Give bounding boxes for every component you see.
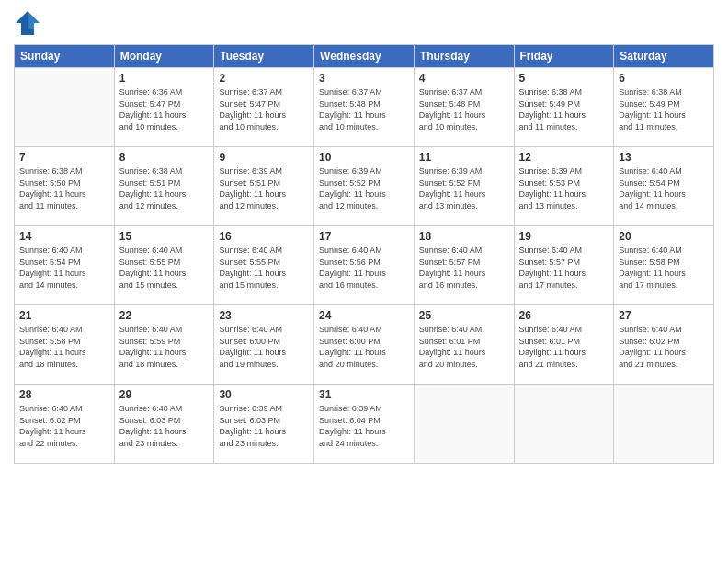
day-number: 29 [119, 388, 210, 401]
day-number: 10 [319, 151, 409, 164]
day-info: Sunrise: 6:40 AM Sunset: 6:02 PM Dayligh… [619, 324, 709, 370]
calendar-cell: 14Sunrise: 6:40 AM Sunset: 5:54 PM Dayli… [15, 226, 115, 305]
day-info: Sunrise: 6:40 AM Sunset: 5:59 PM Dayligh… [119, 324, 210, 370]
logo [14, 9, 45, 37]
day-number: 5 [519, 72, 609, 85]
day-info: Sunrise: 6:37 AM Sunset: 5:48 PM Dayligh… [319, 86, 409, 132]
calendar-cell: 6Sunrise: 6:38 AM Sunset: 5:49 PM Daylig… [614, 68, 714, 147]
calendar-cell: 30Sunrise: 6:39 AM Sunset: 6:03 PM Dayli… [214, 385, 314, 464]
calendar-cell: 21Sunrise: 6:40 AM Sunset: 5:58 PM Dayli… [15, 305, 115, 385]
day-number: 25 [419, 309, 509, 322]
calendar-week-row: 14Sunrise: 6:40 AM Sunset: 5:54 PM Dayli… [15, 226, 714, 305]
day-info: Sunrise: 6:40 AM Sunset: 5:58 PM Dayligh… [619, 245, 709, 291]
day-number: 14 [19, 230, 109, 243]
calendar-cell: 10Sunrise: 6:39 AM Sunset: 5:52 PM Dayli… [314, 147, 415, 226]
day-header-thursday: Thursday [414, 45, 514, 68]
day-info: Sunrise: 6:37 AM Sunset: 5:48 PM Dayligh… [419, 86, 509, 132]
calendar-cell: 28Sunrise: 6:40 AM Sunset: 6:02 PM Dayli… [15, 385, 115, 464]
day-info: Sunrise: 6:40 AM Sunset: 5:57 PM Dayligh… [519, 245, 609, 291]
calendar-cell: 4Sunrise: 6:37 AM Sunset: 5:48 PM Daylig… [414, 68, 514, 147]
day-number: 24 [319, 309, 409, 322]
day-number: 19 [519, 230, 609, 243]
day-number: 23 [219, 309, 309, 322]
day-info: Sunrise: 6:40 AM Sunset: 5:54 PM Dayligh… [619, 166, 709, 212]
calendar-cell: 26Sunrise: 6:40 AM Sunset: 6:01 PM Dayli… [514, 305, 614, 385]
day-number: 16 [219, 230, 309, 243]
calendar-week-row: 21Sunrise: 6:40 AM Sunset: 5:58 PM Dayli… [15, 305, 714, 385]
day-number: 4 [419, 72, 509, 85]
day-info: Sunrise: 6:40 AM Sunset: 5:58 PM Dayligh… [19, 324, 109, 370]
day-info: Sunrise: 6:39 AM Sunset: 5:51 PM Dayligh… [219, 166, 309, 212]
calendar-week-row: 1Sunrise: 6:36 AM Sunset: 5:47 PM Daylig… [15, 68, 714, 147]
day-info: Sunrise: 6:40 AM Sunset: 6:01 PM Dayligh… [519, 324, 609, 370]
day-info: Sunrise: 6:40 AM Sunset: 6:00 PM Dayligh… [319, 324, 409, 370]
calendar-cell: 9Sunrise: 6:39 AM Sunset: 5:51 PM Daylig… [214, 147, 314, 226]
calendar-cell [414, 385, 514, 464]
calendar-cell: 18Sunrise: 6:40 AM Sunset: 5:57 PM Dayli… [414, 226, 514, 305]
day-number: 18 [419, 230, 509, 243]
day-number: 27 [619, 309, 709, 322]
day-number: 26 [519, 309, 609, 322]
day-number: 1 [119, 72, 210, 85]
day-info: Sunrise: 6:39 AM Sunset: 6:03 PM Dayligh… [219, 403, 309, 449]
day-number: 21 [19, 309, 109, 322]
calendar-cell: 25Sunrise: 6:40 AM Sunset: 6:01 PM Dayli… [414, 305, 514, 385]
day-info: Sunrise: 6:38 AM Sunset: 5:50 PM Dayligh… [19, 166, 109, 212]
day-info: Sunrise: 6:40 AM Sunset: 5:54 PM Dayligh… [19, 245, 109, 291]
calendar-table: SundayMondayTuesdayWednesdayThursdayFrid… [14, 44, 714, 464]
day-info: Sunrise: 6:40 AM Sunset: 6:02 PM Dayligh… [19, 403, 109, 449]
day-number: 12 [519, 151, 609, 164]
day-info: Sunrise: 6:36 AM Sunset: 5:47 PM Dayligh… [119, 86, 210, 132]
day-number: 7 [19, 151, 109, 164]
calendar-cell: 13Sunrise: 6:40 AM Sunset: 5:54 PM Dayli… [614, 147, 714, 226]
calendar-cell: 22Sunrise: 6:40 AM Sunset: 5:59 PM Dayli… [114, 305, 214, 385]
calendar-cell [614, 385, 714, 464]
day-info: Sunrise: 6:39 AM Sunset: 5:53 PM Dayligh… [519, 166, 609, 212]
day-info: Sunrise: 6:39 AM Sunset: 5:52 PM Dayligh… [319, 166, 409, 212]
logo-icon [14, 9, 41, 37]
day-number: 28 [19, 388, 109, 401]
day-header-monday: Monday [114, 45, 214, 68]
calendar-cell: 5Sunrise: 6:38 AM Sunset: 5:49 PM Daylig… [514, 68, 614, 147]
calendar-header-row: SundayMondayTuesdayWednesdayThursdayFrid… [15, 45, 714, 68]
day-number: 20 [619, 230, 709, 243]
day-number: 15 [119, 230, 210, 243]
calendar-week-row: 7Sunrise: 6:38 AM Sunset: 5:50 PM Daylig… [15, 147, 714, 226]
day-number: 17 [319, 230, 409, 243]
day-header-saturday: Saturday [614, 45, 714, 68]
calendar-week-row: 28Sunrise: 6:40 AM Sunset: 6:02 PM Dayli… [15, 385, 714, 464]
calendar-cell: 24Sunrise: 6:40 AM Sunset: 6:00 PM Dayli… [314, 305, 415, 385]
day-info: Sunrise: 6:40 AM Sunset: 5:56 PM Dayligh… [319, 245, 409, 291]
calendar-cell: 19Sunrise: 6:40 AM Sunset: 5:57 PM Dayli… [514, 226, 614, 305]
day-info: Sunrise: 6:38 AM Sunset: 5:49 PM Dayligh… [519, 86, 609, 132]
day-number: 8 [119, 151, 210, 164]
day-info: Sunrise: 6:38 AM Sunset: 5:51 PM Dayligh… [119, 166, 210, 212]
day-info: Sunrise: 6:39 AM Sunset: 5:52 PM Dayligh… [419, 166, 509, 212]
svg-marker-1 [28, 11, 40, 29]
calendar-cell: 29Sunrise: 6:40 AM Sunset: 6:03 PM Dayli… [114, 385, 214, 464]
day-info: Sunrise: 6:40 AM Sunset: 5:55 PM Dayligh… [119, 245, 210, 291]
page-container: SundayMondayTuesdayWednesdayThursdayFrid… [0, 0, 728, 563]
day-number: 31 [319, 388, 409, 401]
day-number: 6 [619, 72, 709, 85]
calendar-cell: 31Sunrise: 6:39 AM Sunset: 6:04 PM Dayli… [314, 385, 415, 464]
calendar-cell: 8Sunrise: 6:38 AM Sunset: 5:51 PM Daylig… [114, 147, 214, 226]
day-info: Sunrise: 6:37 AM Sunset: 5:47 PM Dayligh… [219, 86, 309, 132]
day-number: 13 [619, 151, 709, 164]
calendar-cell: 2Sunrise: 6:37 AM Sunset: 5:47 PM Daylig… [214, 68, 314, 147]
day-header-friday: Friday [514, 45, 614, 68]
calendar-cell: 12Sunrise: 6:39 AM Sunset: 5:53 PM Dayli… [514, 147, 614, 226]
day-info: Sunrise: 6:40 AM Sunset: 6:03 PM Dayligh… [119, 403, 210, 449]
day-header-wednesday: Wednesday [314, 45, 415, 68]
day-info: Sunrise: 6:40 AM Sunset: 5:55 PM Dayligh… [219, 245, 309, 291]
day-info: Sunrise: 6:40 AM Sunset: 6:00 PM Dayligh… [219, 324, 309, 370]
day-info: Sunrise: 6:40 AM Sunset: 6:01 PM Dayligh… [419, 324, 509, 370]
day-number: 30 [219, 388, 309, 401]
calendar-cell [15, 68, 115, 147]
day-number: 11 [419, 151, 509, 164]
day-number: 3 [319, 72, 409, 85]
calendar-cell: 11Sunrise: 6:39 AM Sunset: 5:52 PM Dayli… [414, 147, 514, 226]
day-number: 9 [219, 151, 309, 164]
calendar-cell: 1Sunrise: 6:36 AM Sunset: 5:47 PM Daylig… [114, 68, 214, 147]
calendar-cell: 20Sunrise: 6:40 AM Sunset: 5:58 PM Dayli… [614, 226, 714, 305]
